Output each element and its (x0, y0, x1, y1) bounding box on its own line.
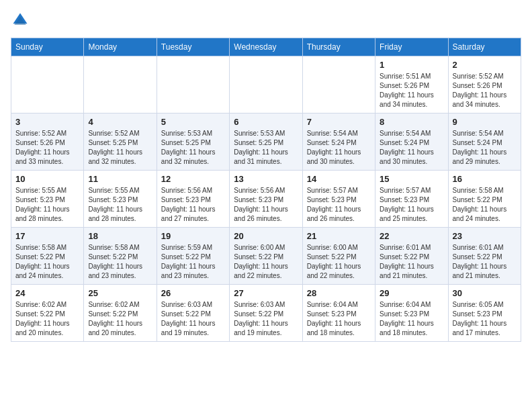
day-number: 12 (161, 174, 225, 184)
calendar-cell: 29Sunrise: 6:04 AM Sunset: 5:23 PM Dayli… (375, 285, 448, 342)
day-number: 14 (307, 174, 371, 184)
day-info: Sunrise: 6:02 AM Sunset: 5:22 PM Dayligh… (88, 300, 152, 338)
day-info: Sunrise: 6:01 AM Sunset: 5:22 PM Dayligh… (453, 243, 517, 281)
day-info: Sunrise: 5:54 AM Sunset: 5:24 PM Dayligh… (307, 129, 371, 167)
calendar-cell: 21Sunrise: 6:00 AM Sunset: 5:22 PM Dayli… (302, 228, 375, 285)
calendar-cell: 5Sunrise: 5:53 AM Sunset: 5:25 PM Daylig… (157, 113, 229, 171)
calendar-cell: 4Sunrise: 5:52 AM Sunset: 5:25 PM Daylig… (84, 113, 157, 171)
calendar-cell: 18Sunrise: 5:58 AM Sunset: 5:22 PM Dayli… (84, 228, 157, 285)
calendar-cell: 22Sunrise: 6:01 AM Sunset: 5:22 PM Dayli… (375, 228, 448, 285)
day-info: Sunrise: 5:58 AM Sunset: 5:22 PM Dayligh… (453, 186, 517, 224)
weekday-header: Monday (84, 38, 157, 56)
calendar-cell (84, 56, 157, 113)
calendar-cell: 14Sunrise: 5:57 AM Sunset: 5:23 PM Dayli… (302, 171, 375, 228)
day-info: Sunrise: 6:03 AM Sunset: 5:22 PM Dayligh… (161, 300, 225, 338)
day-info: Sunrise: 6:04 AM Sunset: 5:23 PM Dayligh… (380, 300, 443, 338)
weekday-header: Sunday (11, 38, 84, 56)
day-number: 11 (88, 174, 152, 184)
day-info: Sunrise: 5:59 AM Sunset: 5:22 PM Dayligh… (161, 243, 225, 281)
calendar-cell: 9Sunrise: 5:54 AM Sunset: 5:24 PM Daylig… (448, 113, 521, 171)
calendar-cell: 30Sunrise: 6:05 AM Sunset: 5:23 PM Dayli… (448, 285, 521, 342)
day-number: 22 (380, 231, 443, 241)
calendar-cell: 19Sunrise: 5:59 AM Sunset: 5:22 PM Dayli… (157, 228, 229, 285)
day-number: 28 (307, 288, 371, 298)
calendar-cell: 1Sunrise: 5:51 AM Sunset: 5:26 PM Daylig… (375, 56, 448, 113)
calendar-cell: 23Sunrise: 6:01 AM Sunset: 5:22 PM Dayli… (448, 228, 521, 285)
calendar-cell: 24Sunrise: 6:02 AM Sunset: 5:22 PM Dayli… (11, 285, 84, 342)
day-info: Sunrise: 6:01 AM Sunset: 5:22 PM Dayligh… (380, 243, 443, 281)
calendar-cell: 3Sunrise: 5:52 AM Sunset: 5:26 PM Daylig… (11, 113, 84, 171)
day-number: 10 (15, 174, 79, 184)
day-info: Sunrise: 5:57 AM Sunset: 5:23 PM Dayligh… (380, 186, 443, 224)
day-number: 15 (380, 174, 443, 184)
calendar-cell: 7Sunrise: 5:54 AM Sunset: 5:24 PM Daylig… (302, 113, 375, 171)
day-number: 25 (88, 288, 152, 298)
day-info: Sunrise: 6:03 AM Sunset: 5:22 PM Dayligh… (234, 300, 298, 338)
day-info: Sunrise: 5:52 AM Sunset: 5:25 PM Dayligh… (88, 129, 152, 167)
calendar-cell: 15Sunrise: 5:57 AM Sunset: 5:23 PM Dayli… (375, 171, 448, 228)
calendar-cell: 25Sunrise: 6:02 AM Sunset: 5:22 PM Dayli… (84, 285, 157, 342)
day-number: 21 (307, 231, 371, 241)
day-number: 27 (234, 288, 298, 298)
day-info: Sunrise: 5:52 AM Sunset: 5:26 PM Dayligh… (453, 72, 517, 109)
weekday-header: Wednesday (230, 38, 302, 56)
day-number: 26 (161, 288, 225, 298)
day-number: 24 (15, 288, 79, 298)
calendar-cell: 12Sunrise: 5:56 AM Sunset: 5:23 PM Dayli… (157, 171, 229, 228)
day-number: 23 (453, 231, 517, 241)
day-number: 8 (380, 117, 443, 127)
day-number: 16 (453, 174, 517, 184)
weekday-header-row: SundayMondayTuesdayWednesdayThursdayFrid… (11, 38, 521, 56)
day-info: Sunrise: 5:52 AM Sunset: 5:26 PM Dayligh… (15, 129, 79, 167)
calendar-cell: 20Sunrise: 6:00 AM Sunset: 5:22 PM Dayli… (230, 228, 302, 285)
calendar-cell (230, 56, 302, 113)
day-info: Sunrise: 5:55 AM Sunset: 5:23 PM Dayligh… (88, 186, 152, 224)
calendar-cell: 8Sunrise: 5:54 AM Sunset: 5:24 PM Daylig… (375, 113, 448, 171)
day-number: 7 (307, 117, 371, 127)
day-info: Sunrise: 5:54 AM Sunset: 5:24 PM Dayligh… (380, 129, 443, 167)
calendar-cell: 28Sunrise: 6:04 AM Sunset: 5:23 PM Dayli… (302, 285, 375, 342)
day-number: 2 (453, 60, 517, 70)
day-number: 4 (88, 117, 152, 127)
weekday-header: Tuesday (157, 38, 229, 56)
calendar-week-row: 3Sunrise: 5:52 AM Sunset: 5:26 PM Daylig… (11, 113, 521, 171)
day-info: Sunrise: 5:58 AM Sunset: 5:22 PM Dayligh… (15, 243, 79, 281)
day-info: Sunrise: 6:05 AM Sunset: 5:23 PM Dayligh… (453, 300, 517, 338)
calendar-week-row: 24Sunrise: 6:02 AM Sunset: 5:22 PM Dayli… (11, 285, 521, 342)
day-number: 5 (161, 117, 225, 127)
day-info: Sunrise: 6:00 AM Sunset: 5:22 PM Dayligh… (234, 243, 298, 281)
weekday-header: Thursday (302, 38, 375, 56)
day-info: Sunrise: 5:56 AM Sunset: 5:23 PM Dayligh… (234, 186, 298, 224)
day-number: 1 (380, 60, 443, 70)
calendar-cell: 13Sunrise: 5:56 AM Sunset: 5:23 PM Dayli… (230, 171, 302, 228)
day-info: Sunrise: 5:53 AM Sunset: 5:25 PM Dayligh… (161, 129, 225, 167)
day-info: Sunrise: 6:02 AM Sunset: 5:22 PM Dayligh… (15, 300, 79, 338)
calendar-cell: 26Sunrise: 6:03 AM Sunset: 5:22 PM Dayli… (157, 285, 229, 342)
logo-icon (11, 11, 30, 30)
page-header (11, 11, 521, 30)
calendar-cell: 16Sunrise: 5:58 AM Sunset: 5:22 PM Dayli… (448, 171, 521, 228)
weekday-header: Saturday (448, 38, 521, 56)
calendar-cell (11, 56, 84, 113)
calendar-week-row: 1Sunrise: 5:51 AM Sunset: 5:26 PM Daylig… (11, 56, 521, 113)
calendar-table: SundayMondayTuesdayWednesdayThursdayFrid… (11, 38, 521, 342)
day-number: 18 (88, 231, 152, 241)
day-number: 6 (234, 117, 298, 127)
day-number: 20 (234, 231, 298, 241)
calendar-cell: 2Sunrise: 5:52 AM Sunset: 5:26 PM Daylig… (448, 56, 521, 113)
logo (11, 11, 32, 30)
day-number: 3 (15, 117, 79, 127)
day-info: Sunrise: 5:53 AM Sunset: 5:25 PM Dayligh… (234, 129, 298, 167)
day-number: 30 (453, 288, 517, 298)
weekday-header: Friday (375, 38, 448, 56)
day-number: 29 (380, 288, 443, 298)
calendar-cell: 11Sunrise: 5:55 AM Sunset: 5:23 PM Dayli… (84, 171, 157, 228)
day-number: 19 (161, 231, 225, 241)
day-number: 17 (15, 231, 79, 241)
day-info: Sunrise: 5:55 AM Sunset: 5:23 PM Dayligh… (15, 186, 79, 224)
day-number: 9 (453, 117, 517, 127)
calendar-cell: 10Sunrise: 5:55 AM Sunset: 5:23 PM Dayli… (11, 171, 84, 228)
calendar-week-row: 10Sunrise: 5:55 AM Sunset: 5:23 PM Dayli… (11, 171, 521, 228)
calendar-cell: 6Sunrise: 5:53 AM Sunset: 5:25 PM Daylig… (230, 113, 302, 171)
day-info: Sunrise: 5:56 AM Sunset: 5:23 PM Dayligh… (161, 186, 225, 224)
